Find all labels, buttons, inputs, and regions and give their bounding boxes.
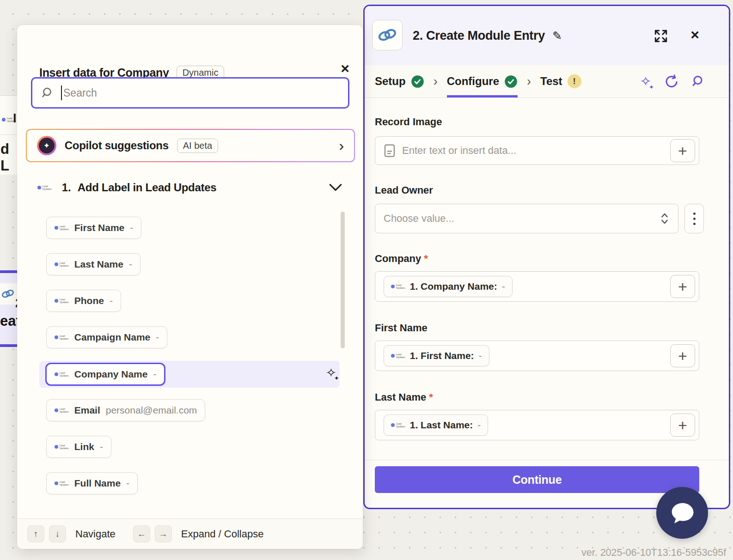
company-mapped-chip[interactable]: LeadUpdates 1. Company Name: - bbox=[384, 276, 513, 297]
search-input[interactable] bbox=[63, 87, 340, 99]
lead-updates-app-icon: LeadUpdates bbox=[55, 371, 69, 377]
chevron-right-icon: › bbox=[527, 74, 531, 89]
warning-badge: ! bbox=[568, 74, 581, 88]
success-check-icon bbox=[411, 75, 424, 88]
insert-data-panel: Insert data for Company Dynamic × ✦ Copi… bbox=[17, 25, 363, 549]
navigate-up-button[interactable]: ↑ bbox=[27, 525, 44, 542]
lead-owner-options-menu-button[interactable] bbox=[684, 204, 704, 233]
last-name-label: Last Name* bbox=[375, 391, 433, 403]
tab-setup[interactable]: Setup bbox=[375, 65, 424, 97]
expand-collapse-label: Expand / Collapse bbox=[181, 528, 264, 540]
chevron-up-down-icon bbox=[660, 212, 670, 225]
lead-updates-app-icon: LeadUpdates bbox=[55, 408, 69, 413]
zoho-crm-icon bbox=[377, 28, 397, 43]
step-panel-header: 2. Create Module Entry ✎ × bbox=[365, 6, 729, 65]
zoho-crm-icon bbox=[1, 286, 15, 302]
search-icon[interactable] bbox=[691, 74, 705, 88]
background-step-card-fragment: 2 eat bbox=[0, 270, 17, 347]
edit-title-icon[interactable]: ✎ bbox=[552, 29, 562, 43]
lead-owner-label: Lead Owner bbox=[375, 184, 433, 196]
first-name-mapped-chip[interactable]: LeadUpdates 1. First Name: - bbox=[384, 345, 489, 366]
record-image-label: Record Image bbox=[375, 116, 442, 128]
background-card-fragment-top: LeadUpdates I d L bbox=[0, 95, 17, 175]
continue-button[interactable]: Continue bbox=[375, 466, 699, 493]
first-name-field[interactable]: LeadUpdates 1. First Name: - + bbox=[375, 341, 699, 371]
list-scrollbar-thumb[interactable] bbox=[341, 212, 345, 348]
app-dot-icon bbox=[2, 118, 6, 122]
expand-button[interactable]: → bbox=[155, 525, 172, 542]
ai-beta-badge: AI beta bbox=[177, 139, 218, 153]
tab-configure[interactable]: Configure bbox=[447, 65, 518, 97]
navigate-down-button[interactable]: ↓ bbox=[49, 525, 66, 542]
divider bbox=[0, 134, 17, 135]
record-image-input[interactable]: Enter text or insert data... + bbox=[375, 136, 699, 165]
footer-divider bbox=[365, 460, 729, 460]
version-text: ver. 2025-06-10T13:16-5953c95f bbox=[581, 547, 733, 559]
lead-updates-app-icon: LeadUpdates bbox=[391, 353, 405, 359]
section-number: 1. bbox=[62, 181, 71, 194]
lead-updates-app-icon: LeadUpdates bbox=[37, 185, 52, 190]
ai-suggestion-sparkle-icon[interactable]: ✧✦ bbox=[326, 367, 336, 379]
navigate-label: Navigate bbox=[75, 528, 116, 540]
lead-updates-app-icon: LeadUpdates bbox=[55, 262, 69, 267]
partial-step-title: eat bbox=[0, 313, 17, 329]
expand-fullscreen-icon[interactable] bbox=[653, 28, 669, 44]
search-icon bbox=[41, 86, 54, 99]
data-field-chip[interactable]: LeadUpdates Phone- bbox=[46, 290, 121, 312]
app-icon-box bbox=[372, 20, 403, 50]
text-cursor bbox=[61, 85, 62, 100]
step-configuration-panel: 2. Create Module Entry ✎ × Setup › Confi… bbox=[363, 5, 730, 509]
copilot-suggestions-button[interactable]: ✦ Copilot suggestions AI beta › bbox=[26, 129, 355, 162]
data-field-chip[interactable]: LeadUpdates Emailpersonal@email.com bbox=[46, 399, 205, 421]
insert-data-button[interactable]: + bbox=[670, 344, 695, 367]
collapse-button[interactable]: ← bbox=[133, 525, 150, 542]
record-image-placeholder: Enter text or insert data... bbox=[402, 145, 516, 157]
lead-updates-app-icon: LeadUpdates bbox=[55, 335, 69, 340]
lead-updates-app-icon: LeadUpdates bbox=[391, 422, 405, 428]
partial-item-text: I bbox=[13, 111, 17, 126]
company-field[interactable]: LeadUpdates 1. Company Name: - + bbox=[375, 271, 699, 302]
lead-updates-app-icon: LeadUpdates bbox=[55, 298, 69, 304]
step-card-row: 2 bbox=[0, 283, 17, 304]
refresh-icon[interactable] bbox=[664, 74, 678, 89]
insert-data-button[interactable]: + bbox=[670, 139, 695, 162]
document-icon bbox=[384, 144, 396, 158]
company-label: Company* bbox=[375, 253, 428, 265]
required-mark: * bbox=[429, 391, 433, 403]
data-field-chip[interactable]: LeadUpdates First Name- bbox=[46, 217, 141, 239]
tab-test[interactable]: Test ! bbox=[540, 65, 581, 97]
copilot-icon: ✦ bbox=[37, 136, 56, 155]
lead-updates-app-icon: LeadUpdates bbox=[55, 481, 69, 486]
required-mark: * bbox=[424, 253, 428, 264]
insert-data-button[interactable]: + bbox=[670, 414, 695, 437]
chevron-right-icon: › bbox=[339, 137, 344, 154]
lead-updates-app-icon: LeadUpdates bbox=[55, 444, 69, 450]
step-tabs: Setup › Configure › Test ! ✧✦ bbox=[365, 65, 729, 98]
success-check-icon bbox=[504, 75, 518, 88]
data-field-chip-selected[interactable]: LeadUpdates Company Name- bbox=[45, 363, 165, 386]
collapse-section-chevron-icon[interactable] bbox=[329, 183, 342, 193]
data-field-chip[interactable]: LeadUpdates Full Name- bbox=[46, 472, 138, 494]
lead-owner-placeholder: Choose value... bbox=[384, 213, 454, 225]
lead-updates-app-icon: LeadUpdates bbox=[55, 225, 69, 231]
data-field-chip[interactable]: LeadUpdates Last Name- bbox=[46, 253, 140, 275]
chat-support-button[interactable] bbox=[656, 487, 708, 539]
search-box[interactable] bbox=[31, 77, 349, 109]
close-step-panel-icon[interactable]: × bbox=[690, 27, 699, 42]
data-field-chip[interactable]: LeadUpdates Link- bbox=[46, 436, 111, 458]
chevron-right-icon: › bbox=[434, 74, 438, 89]
last-name-mapped-chip[interactable]: LeadUpdates 1. Last Name: - bbox=[384, 414, 488, 436]
lead-owner-select[interactable]: Choose value... bbox=[375, 204, 678, 233]
insert-data-button[interactable]: + bbox=[670, 275, 695, 298]
section-title: Add Label in Lead Updates bbox=[78, 181, 217, 194]
close-panel-icon[interactable]: × bbox=[341, 61, 349, 76]
first-name-label: First Name bbox=[375, 322, 428, 334]
ai-sparkle-icon[interactable]: ✧✦ bbox=[640, 75, 651, 88]
chat-bubble-icon bbox=[669, 500, 696, 526]
step-section-header: LeadUpdates 1. Add Label in Lead Updates bbox=[37, 181, 342, 194]
panel-footer: ↑ ↓ Navigate ← → Expand / Collapse bbox=[17, 518, 363, 549]
partial-title-text: d L bbox=[0, 141, 17, 174]
data-field-chip[interactable]: LeadUpdates Campaign Name- bbox=[46, 326, 167, 348]
last-name-field[interactable]: LeadUpdates 1. Last Name: - + bbox=[375, 410, 699, 440]
step-title: 2. Create Module Entry bbox=[413, 29, 545, 43]
